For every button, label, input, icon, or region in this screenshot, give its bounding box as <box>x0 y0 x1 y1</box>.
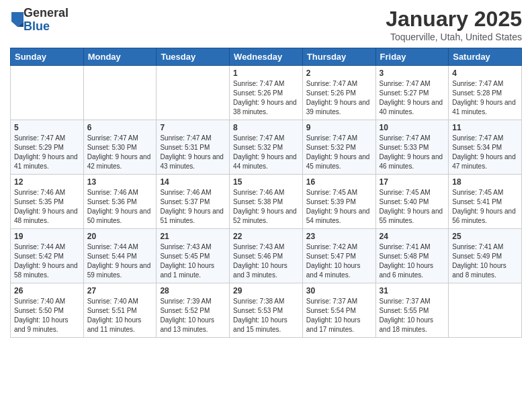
title-section: January 2025 Toquerville, Utah, United S… <box>386 7 522 42</box>
weekday-header: Thursday <box>302 48 375 66</box>
day-info: Sunrise: 7:47 AM Sunset: 5:26 PM Dayligh… <box>306 79 372 117</box>
calendar-week-row: 1Sunrise: 7:47 AM Sunset: 5:26 PM Daylig… <box>11 66 522 120</box>
weekday-header-row: SundayMondayTuesdayWednesdayThursdayFrid… <box>11 48 522 66</box>
day-info: Sunrise: 7:41 AM Sunset: 5:49 PM Dayligh… <box>452 242 518 280</box>
day-info: Sunrise: 7:45 AM Sunset: 5:41 PM Dayligh… <box>452 188 518 226</box>
header: General Blue January 2025 Toquerville, U… <box>10 7 522 42</box>
day-number: 2 <box>306 68 372 78</box>
calendar-cell: 15Sunrise: 7:46 AM Sunset: 5:38 PM Dayli… <box>230 175 303 229</box>
calendar-cell: 17Sunrise: 7:45 AM Sunset: 5:40 PM Dayli… <box>375 175 449 229</box>
calendar-cell <box>83 66 157 120</box>
day-number: 9 <box>306 123 372 132</box>
day-info: Sunrise: 7:41 AM Sunset: 5:48 PM Dayligh… <box>380 242 445 280</box>
calendar-cell <box>157 66 230 120</box>
calendar-cell <box>11 66 84 120</box>
month-title: January 2025 <box>386 7 522 32</box>
day-info: Sunrise: 7:40 AM Sunset: 5:51 PM Dayligh… <box>87 297 153 334</box>
main-container: General Blue January 2025 Toquerville, U… <box>0 0 532 345</box>
day-number: 26 <box>14 286 80 295</box>
location: Toquerville, Utah, United States <box>386 32 522 42</box>
day-number: 15 <box>233 177 299 187</box>
calendar-cell: 2Sunrise: 7:47 AM Sunset: 5:26 PM Daylig… <box>302 66 375 120</box>
day-info: Sunrise: 7:47 AM Sunset: 5:30 PM Dayligh… <box>87 134 153 171</box>
day-info: Sunrise: 7:47 AM Sunset: 5:26 PM Dayligh… <box>233 79 299 117</box>
calendar-cell: 20Sunrise: 7:44 AM Sunset: 5:44 PM Dayli… <box>83 229 157 283</box>
day-info: Sunrise: 7:46 AM Sunset: 5:37 PM Dayligh… <box>160 188 226 226</box>
calendar-cell: 22Sunrise: 7:43 AM Sunset: 5:46 PM Dayli… <box>230 229 303 283</box>
day-info: Sunrise: 7:43 AM Sunset: 5:45 PM Dayligh… <box>160 242 226 280</box>
day-number: 8 <box>233 123 299 132</box>
day-info: Sunrise: 7:37 AM Sunset: 5:55 PM Dayligh… <box>380 297 445 334</box>
day-number: 12 <box>14 177 80 187</box>
weekday-header: Saturday <box>449 48 522 66</box>
weekday-header: Friday <box>375 48 449 66</box>
logo: General Blue <box>10 7 69 34</box>
day-number: 11 <box>452 123 518 132</box>
day-number: 20 <box>87 232 153 241</box>
calendar-cell: 12Sunrise: 7:46 AM Sunset: 5:35 PM Dayli… <box>11 175 84 229</box>
calendar-cell: 25Sunrise: 7:41 AM Sunset: 5:49 PM Dayli… <box>449 229 522 283</box>
day-number: 18 <box>452 177 518 187</box>
calendar-cell: 27Sunrise: 7:40 AM Sunset: 5:51 PM Dayli… <box>83 283 157 338</box>
calendar-week-row: 12Sunrise: 7:46 AM Sunset: 5:35 PM Dayli… <box>11 175 522 229</box>
day-info: Sunrise: 7:47 AM Sunset: 5:28 PM Dayligh… <box>452 79 518 117</box>
calendar-cell: 1Sunrise: 7:47 AM Sunset: 5:26 PM Daylig… <box>230 66 303 120</box>
calendar-cell: 8Sunrise: 7:47 AM Sunset: 5:32 PM Daylig… <box>230 120 303 175</box>
calendar-cell: 26Sunrise: 7:40 AM Sunset: 5:50 PM Dayli… <box>11 283 84 338</box>
day-info: Sunrise: 7:47 AM Sunset: 5:34 PM Dayligh… <box>452 134 518 171</box>
logo-general-text: General <box>24 7 69 20</box>
calendar-cell: 5Sunrise: 7:47 AM Sunset: 5:29 PM Daylig… <box>11 120 84 175</box>
calendar-cell: 10Sunrise: 7:47 AM Sunset: 5:33 PM Dayli… <box>375 120 449 175</box>
day-number: 16 <box>306 177 372 187</box>
day-number: 7 <box>160 123 226 132</box>
day-info: Sunrise: 7:46 AM Sunset: 5:35 PM Dayligh… <box>14 188 80 226</box>
day-number: 22 <box>233 232 299 241</box>
day-number: 13 <box>87 177 153 187</box>
calendar-cell: 7Sunrise: 7:47 AM Sunset: 5:31 PM Daylig… <box>157 120 230 175</box>
day-info: Sunrise: 7:47 AM Sunset: 5:31 PM Dayligh… <box>160 134 226 171</box>
day-info: Sunrise: 7:47 AM Sunset: 5:32 PM Dayligh… <box>233 134 299 171</box>
day-number: 28 <box>160 286 226 295</box>
calendar-cell: 9Sunrise: 7:47 AM Sunset: 5:32 PM Daylig… <box>302 120 375 175</box>
calendar-cell: 21Sunrise: 7:43 AM Sunset: 5:45 PM Dayli… <box>157 229 230 283</box>
day-number: 29 <box>233 286 299 295</box>
day-info: Sunrise: 7:44 AM Sunset: 5:44 PM Dayligh… <box>87 242 153 280</box>
day-number: 10 <box>380 123 445 132</box>
weekday-header: Monday <box>83 48 157 66</box>
calendar-week-row: 19Sunrise: 7:44 AM Sunset: 5:42 PM Dayli… <box>11 229 522 283</box>
calendar-cell: 19Sunrise: 7:44 AM Sunset: 5:42 PM Dayli… <box>11 229 84 283</box>
calendar-cell: 30Sunrise: 7:37 AM Sunset: 5:54 PM Dayli… <box>302 283 375 338</box>
calendar-week-row: 26Sunrise: 7:40 AM Sunset: 5:50 PM Dayli… <box>11 283 522 338</box>
calendar-week-row: 5Sunrise: 7:47 AM Sunset: 5:29 PM Daylig… <box>11 120 522 175</box>
weekday-header: Sunday <box>11 48 84 66</box>
day-number: 19 <box>14 232 80 241</box>
calendar-cell: 31Sunrise: 7:37 AM Sunset: 5:55 PM Dayli… <box>375 283 449 338</box>
calendar-cell: 13Sunrise: 7:46 AM Sunset: 5:36 PM Dayli… <box>83 175 157 229</box>
day-number: 4 <box>452 68 518 78</box>
calendar-cell <box>449 283 522 338</box>
day-number: 3 <box>380 68 445 78</box>
day-info: Sunrise: 7:47 AM Sunset: 5:33 PM Dayligh… <box>380 134 445 171</box>
day-info: Sunrise: 7:39 AM Sunset: 5:52 PM Dayligh… <box>160 297 226 334</box>
day-number: 1 <box>233 68 299 78</box>
day-info: Sunrise: 7:46 AM Sunset: 5:36 PM Dayligh… <box>87 188 153 226</box>
calendar-cell: 6Sunrise: 7:47 AM Sunset: 5:30 PM Daylig… <box>83 120 157 175</box>
day-number: 5 <box>14 123 80 132</box>
day-number: 24 <box>380 232 445 241</box>
day-info: Sunrise: 7:37 AM Sunset: 5:54 PM Dayligh… <box>306 297 372 334</box>
calendar-cell: 23Sunrise: 7:42 AM Sunset: 5:47 PM Dayli… <box>302 229 375 283</box>
day-info: Sunrise: 7:46 AM Sunset: 5:38 PM Dayligh… <box>233 188 299 226</box>
day-number: 6 <box>87 123 153 132</box>
calendar-cell: 14Sunrise: 7:46 AM Sunset: 5:37 PM Dayli… <box>157 175 230 229</box>
day-number: 14 <box>160 177 226 187</box>
logo-blue-text: Blue <box>24 20 69 34</box>
calendar-cell: 4Sunrise: 7:47 AM Sunset: 5:28 PM Daylig… <box>449 66 522 120</box>
day-info: Sunrise: 7:47 AM Sunset: 5:29 PM Dayligh… <box>14 134 80 171</box>
day-number: 21 <box>160 232 226 241</box>
day-info: Sunrise: 7:43 AM Sunset: 5:46 PM Dayligh… <box>233 242 299 280</box>
calendar-table: SundayMondayTuesdayWednesdayThursdayFrid… <box>10 48 522 338</box>
day-number: 27 <box>87 286 153 295</box>
day-info: Sunrise: 7:44 AM Sunset: 5:42 PM Dayligh… <box>14 242 80 280</box>
logo-text: General Blue <box>24 7 69 34</box>
day-number: 17 <box>380 177 445 187</box>
